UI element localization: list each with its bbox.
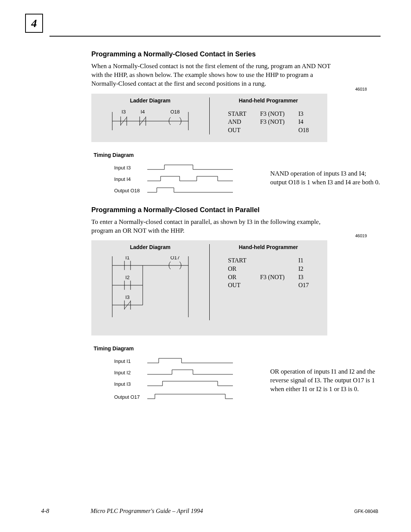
- timing-diagram-a: Input I3 Input I4 Output O18: [111, 161, 237, 195]
- timing-b-r4: Output O17: [114, 394, 140, 400]
- hhp-a-col2: F3 (NOT) F3 (NOT): [260, 110, 284, 134]
- hhp-a-col3: I3 I4 O18: [298, 110, 309, 134]
- ladder-b-lbl-i2: I2: [125, 275, 129, 280]
- section-a-paragraph: When a Normally-Closed contact is not th…: [91, 62, 335, 88]
- hhp-b-col2: F3 (NOT): [260, 256, 284, 289]
- ladder-b-lbl-i1: I1: [125, 256, 129, 260]
- timing-a-r1: Input I3: [114, 165, 131, 171]
- section-b-paragraph: To enter a Normally-closed contact in pa…: [91, 218, 335, 235]
- footer-page: 4-8: [41, 508, 91, 514]
- timing-diagram-b: Input I1 Input I2 Input I3 Output O17: [111, 355, 237, 406]
- top-rule: [49, 36, 381, 37]
- timing-title-a: Timing Diagram: [94, 152, 381, 158]
- timing-title-b: Timing Diagram: [94, 345, 381, 351]
- ladder-title-b: Ladder Diagram: [91, 244, 209, 250]
- hhp-b-col3: I1 I2 I3 O17: [298, 256, 309, 289]
- section-b-title: Programming a Normally-Closed Contact in…: [91, 206, 381, 214]
- chapter-marker: 4: [25, 14, 43, 33]
- figure-b: 46019 Ladder Diagram: [91, 240, 381, 406]
- ladder-a-lbl-o18: O18: [170, 110, 180, 115]
- timing-b-r1: Input I1: [114, 358, 131, 364]
- figure-a-id: 46018: [355, 87, 367, 91]
- timing-b-r3: Input I3: [114, 381, 131, 387]
- ladder-a-lbl-i4: I4: [140, 110, 145, 115]
- ladder-diagram-a: I3 I4: [101, 110, 200, 133]
- ladder-b-lbl-o17: O17: [170, 256, 180, 260]
- timing-a-r2: Input I4: [114, 176, 131, 182]
- hhp-title-b: Hand-held Programmer: [210, 244, 328, 250]
- timing-desc-b: OR operation of inputs I1 and I2 and the…: [270, 367, 381, 394]
- timing-a-r3: Output O18: [114, 188, 140, 193]
- ladder-title-a: Ladder Diagram: [91, 97, 209, 104]
- ladder-a-lbl-i3: I3: [121, 110, 126, 115]
- figure-b-id: 46019: [355, 233, 367, 238]
- section-a-title: Programming a Normally-Closed Contact in…: [91, 50, 381, 58]
- figure-a: 46018 Ladder Diagram: [91, 94, 381, 195]
- ladder-diagram-b: I1 O17: [101, 256, 200, 317]
- footer-code: GFK-0804B: [354, 509, 378, 514]
- hhp-a-col1: START AND OUT: [228, 110, 246, 134]
- footer-title: Micro PLC Programmer's Guide – April 199…: [91, 508, 354, 514]
- hhp-b-col1: START OR OR OUT: [228, 256, 246, 289]
- page-footer: 4-8 Micro PLC Programmer's Guide – April…: [41, 508, 378, 514]
- chapter-number: 4: [31, 17, 37, 29]
- hhp-title-a: Hand-held Programmer: [210, 97, 328, 104]
- timing-b-r2: Input I2: [114, 370, 131, 375]
- ladder-b-lbl-i3: I3: [125, 294, 129, 300]
- timing-desc-a: NAND operation of inputs I3 and I4; outp…: [270, 169, 381, 187]
